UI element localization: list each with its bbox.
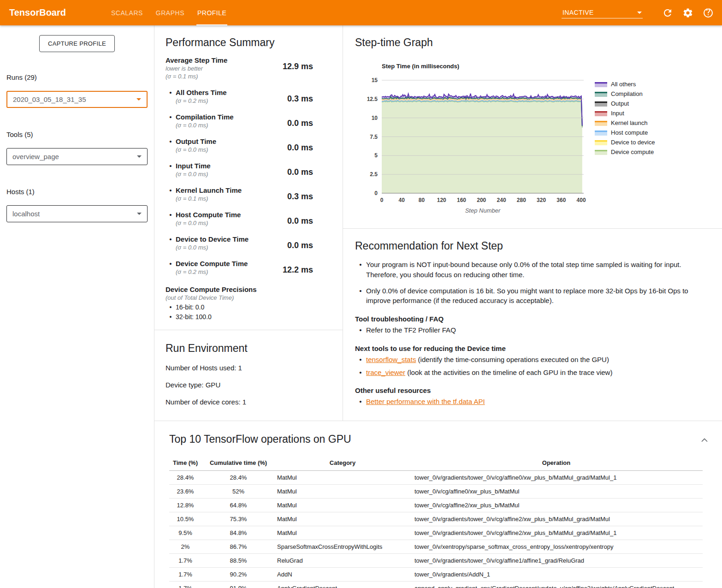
table-row: 9.5%84.8%MatMultower_0/v/gradients/tower…: [169, 526, 703, 540]
legend-item: Host compute: [595, 128, 655, 137]
runs-select-value: 2020_03_05_18_31_35: [13, 95, 86, 103]
recommendation-bullet: •Only 0.0% of device computation is 16 b…: [355, 286, 710, 306]
svg-text:320: 320: [537, 197, 546, 203]
run-environment-section: Run Environment Number of Hosts used: 1D…: [154, 330, 343, 418]
step-time-chart-svg: Step Time (in milliseconds)02.557.51012.…: [358, 61, 588, 214]
sidebar: CAPTURE PROFILE Runs (29) 2020_03_05_18_…: [0, 25, 154, 588]
table-cell: 1.7%: [169, 568, 201, 582]
table-cell: ApplyGradientDescent: [275, 582, 410, 588]
legend-item: Device compute: [595, 147, 655, 157]
tools-label: Tools (5): [6, 131, 148, 138]
table-column-header: Operation: [410, 457, 703, 471]
chart-legend: All othersCompilationOutputInputKernel l…: [595, 79, 655, 214]
performance-metric-row: •Device Compute Time(σ = 0.2 ms)12.2 ms: [166, 260, 331, 275]
legend-swatch-icon: [595, 101, 607, 107]
chevron-down-icon: [137, 155, 142, 158]
svg-text:80: 80: [419, 197, 425, 203]
precision-title: Device Compute Precisions: [166, 285, 331, 293]
metric-name: Average Step Time: [166, 56, 227, 64]
legend-swatch-icon: [595, 149, 607, 155]
hosts-label: Hosts (1): [6, 188, 148, 196]
svg-text:2.5: 2.5: [370, 171, 378, 178]
top-ops-title: Top 10 TensorFlow operations on GPU: [169, 433, 707, 445]
run-environment-line: Number of device cores: 1: [166, 398, 331, 406]
run-environment-line: Number of Hosts used: 1: [166, 364, 331, 372]
recommendation-bullet: •Your program is NOT input-bound because…: [355, 260, 710, 280]
legend-swatch-icon: [595, 130, 607, 136]
capture-profile-button[interactable]: CAPTURE PROFILE: [39, 35, 115, 52]
table-cell: tower_0/v/gradients/tower_0/v/cg/affine2…: [410, 512, 703, 526]
table-row: 2%86.7%SparseSoftmaxCrossEntropyWithLogi…: [169, 540, 703, 554]
table-cell: 75.3%: [201, 512, 275, 526]
step-time-graph-title: Step-time Graph: [355, 36, 710, 49]
table-row: 23.6%52%MatMultower_0/v/cg/affine0/xw_pl…: [169, 485, 703, 499]
status-dropdown[interactable]: INACTIVE: [562, 7, 643, 18]
app-header: TensorBoard SCALARS GRAPHS PROFILE INACT…: [0, 0, 722, 25]
precision-item: •16-bit: 0.0: [166, 303, 331, 311]
recommendation-subheading: Tool troubleshooting / FAQ: [355, 315, 710, 323]
table-cell: MatMul: [275, 471, 410, 485]
svg-text:0: 0: [374, 190, 378, 196]
table-cell: 91.9%: [201, 582, 275, 588]
runs-select[interactable]: 2020_03_05_18_31_35: [6, 91, 148, 108]
svg-text:160: 160: [457, 197, 466, 203]
performance-metric-row: •Input Time(σ = 0.0 ms)0.0 ms: [166, 162, 331, 178]
svg-text:240: 240: [497, 197, 506, 203]
svg-text:15: 15: [372, 77, 378, 83]
recommendation-link[interactable]: trace_viewer: [366, 368, 405, 376]
recommendation-subheading: Next tools to use for reducing the Devic…: [355, 344, 710, 352]
svg-text:280: 280: [517, 197, 526, 203]
reload-icon[interactable]: [662, 7, 673, 18]
svg-text:360: 360: [556, 197, 566, 203]
svg-text:10: 10: [372, 115, 378, 121]
table-cell: tower_0/v/gradients/AddN_1: [410, 568, 703, 582]
legend-swatch-icon: [595, 91, 607, 97]
recommendation-item: •trace_viewer (look at the activities on…: [355, 368, 710, 378]
table-cell: ReluGrad: [275, 554, 410, 568]
performance-metric-row: •Compilation Time(σ = 0.0 ms)0.0 ms: [166, 113, 331, 129]
legend-swatch-icon: [595, 139, 607, 146]
tab-graphs[interactable]: GRAPHS: [149, 0, 191, 25]
legend-swatch-icon: [595, 110, 607, 117]
collapse-chevron-icon[interactable]: [701, 438, 708, 442]
table-column-header: Time (%): [169, 457, 201, 471]
hosts-select[interactable]: localhost: [6, 205, 148, 222]
svg-text:12.5: 12.5: [367, 96, 378, 102]
performance-metric-row: •Output Time(σ = 0.0 ms)0.0 ms: [166, 137, 331, 153]
table-cell: 1.7%: [169, 554, 201, 568]
top-ops-table: Time (%)Cumulative time (%)CategoryOpera…: [169, 457, 703, 588]
table-cell: 84.8%: [201, 526, 275, 540]
help-icon[interactable]: [703, 7, 714, 18]
tools-select-value: overview_page: [12, 153, 59, 160]
settings-gear-icon[interactable]: [682, 7, 693, 18]
tab-profile[interactable]: PROFILE: [191, 0, 233, 25]
table-cell: 2%: [169, 540, 201, 554]
performance-summary-section: Performance Summary Average Step Time lo…: [154, 25, 343, 330]
table-cell: 64.8%: [201, 499, 275, 512]
recommendation-item: •Better performance with the tf.data API: [355, 397, 710, 407]
table-row: 1.7%91.9%ApplyGradientDescentappend_appl…: [169, 582, 703, 588]
table-row: 1.7%88.5%ReluGradtower_0/v/gradients/tow…: [169, 554, 703, 568]
metric-value: 12.9 ms: [283, 56, 331, 80]
chevron-down-icon: [136, 98, 141, 101]
table-cell: MatMul: [275, 499, 410, 512]
table-cell: tower_0/v/gradients/tower_0/v/cg/affine2…: [410, 526, 703, 540]
table-column-header: Cumulative time (%): [201, 457, 275, 471]
tools-select[interactable]: overview_page: [6, 148, 148, 165]
recommendation-link[interactable]: tensorflow_stats: [366, 356, 416, 363]
precision-item: •32-bit: 100.0: [166, 313, 331, 321]
table-cell: MatMul: [275, 526, 410, 540]
table-cell: 52%: [201, 485, 275, 499]
table-row: 12.8%64.8%MatMultower_0/v/cg/affine2/xw_…: [169, 499, 703, 512]
svg-text:Step Number: Step Number: [465, 207, 501, 214]
recommendation-title: Recommendation for Next Step: [355, 240, 710, 252]
nav-tabs: SCALARS GRAPHS PROFILE: [105, 0, 233, 25]
table-cell: 23.6%: [169, 485, 201, 499]
table-cell: MatMul: [275, 485, 410, 499]
step-time-graph-section: Step-time Graph Step Time (in millisecon…: [343, 25, 722, 228]
legend-item: Output: [595, 99, 655, 108]
svg-text:5: 5: [374, 152, 378, 159]
recommendation-link[interactable]: Better performance with the tf.data API: [366, 398, 485, 405]
tab-scalars[interactable]: SCALARS: [105, 0, 149, 25]
svg-text:120: 120: [437, 197, 446, 203]
